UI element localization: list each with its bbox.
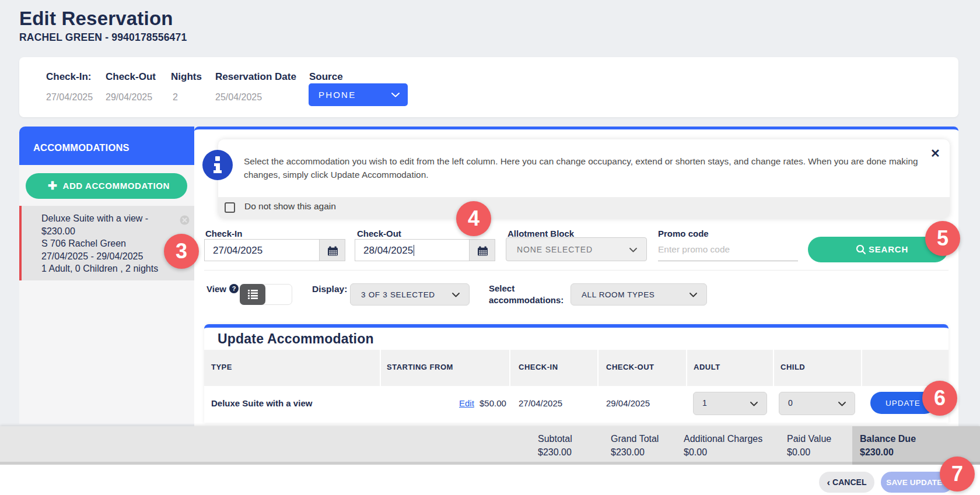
svg-text:?: ? (232, 285, 236, 292)
